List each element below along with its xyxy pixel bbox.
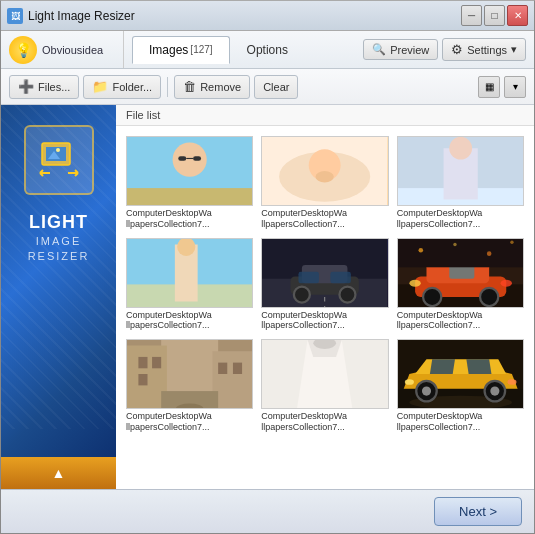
tab-images[interactable]: Images [127] xyxy=(132,36,230,64)
svg-rect-11 xyxy=(127,188,252,205)
settings-dropdown-icon: ▾ xyxy=(511,43,517,56)
list-item[interactable]: ComputerDesktopWallpapersCollection7... xyxy=(126,339,253,433)
svg-point-48 xyxy=(453,242,456,245)
svg-rect-46 xyxy=(398,239,523,267)
next-button[interactable]: Next > xyxy=(434,497,522,526)
svg-point-47 xyxy=(418,248,423,253)
svg-rect-35 xyxy=(331,271,352,282)
list-item[interactable]: ComputerDesktopWallpapersCollection7... xyxy=(261,136,388,230)
remove-icon: 🗑 xyxy=(183,79,196,94)
image-filename: ComputerDesktopWallpapersCollection7... xyxy=(397,310,524,332)
image-grid-container[interactable]: ComputerDesktopWallpapersCollection7... xyxy=(116,126,534,489)
preview-icon: 🔍 xyxy=(372,43,386,56)
nav-right-buttons: 🔍 Preview ⚙ Settings ▾ xyxy=(363,38,526,61)
image-thumbnail xyxy=(397,136,524,206)
app-icon: 🖼 xyxy=(7,8,23,24)
image-thumbnail xyxy=(126,136,253,206)
list-item[interactable]: ComputerDesktopWallpapersCollection7... xyxy=(126,238,253,332)
list-item[interactable]: ComputerDesktopWallpapersCollection7... xyxy=(397,339,524,433)
svg-rect-54 xyxy=(212,351,252,408)
toolbar: ➕ Files... 📁 Folder... 🗑 Remove Clear ▦ … xyxy=(1,69,534,105)
nav-tabs: Images [127] Options xyxy=(132,31,363,68)
image-filename: ComputerDesktopWallpapersCollection7... xyxy=(261,310,388,332)
main-window: 🖼 Light Image Resizer ─ □ ✕ 💡 Obviouside… xyxy=(0,0,535,534)
svg-rect-58 xyxy=(218,363,227,374)
toolbar-right: ▦ ▾ xyxy=(478,76,526,98)
svg-point-19 xyxy=(316,171,334,182)
remove-button[interactable]: 🗑 Remove xyxy=(174,75,250,99)
image-filename: ComputerDesktopWallpapersCollection7... xyxy=(126,310,253,332)
window-controls: ─ □ ✕ xyxy=(461,5,528,26)
minimize-button[interactable]: ─ xyxy=(461,5,482,26)
folder-icon: 📁 xyxy=(92,79,108,94)
svg-point-42 xyxy=(480,287,498,305)
list-item[interactable]: ComputerDesktopWallpapersCollection7... xyxy=(261,339,388,433)
svg-point-44 xyxy=(409,279,420,286)
list-item[interactable]: ComputerDesktopWallpapersCollection7... xyxy=(126,136,253,230)
svg-rect-36 xyxy=(299,271,320,282)
toolbar-separator-1 xyxy=(167,77,168,97)
svg-point-23 xyxy=(449,137,472,160)
svg-point-33 xyxy=(294,286,310,302)
svg-marker-71 xyxy=(430,359,455,374)
view-dropdown-button[interactable]: ▾ xyxy=(504,76,526,98)
title-bar: 🖼 Light Image Resizer ─ □ ✕ xyxy=(1,1,534,31)
svg-rect-59 xyxy=(233,363,242,374)
svg-point-12 xyxy=(173,143,207,177)
svg-rect-56 xyxy=(152,357,161,368)
svg-marker-72 xyxy=(466,359,491,374)
main-area: LIGHT IMAGE RESIZER ▲ File list xyxy=(1,105,534,489)
image-thumbnail xyxy=(397,238,524,308)
logo-icon: 💡 xyxy=(9,36,37,64)
gear-icon: ⚙ xyxy=(451,42,463,57)
svg-point-78 xyxy=(507,379,516,385)
svg-point-50 xyxy=(510,240,513,243)
svg-point-41 xyxy=(423,287,441,305)
list-item[interactable]: ComputerDesktopWallpapersCollection7... xyxy=(397,238,524,332)
file-list-header: File list xyxy=(116,105,534,126)
svg-rect-57 xyxy=(138,374,147,385)
svg-point-49 xyxy=(487,251,492,256)
tab-options[interactable]: Options xyxy=(230,36,305,64)
svg-point-34 xyxy=(340,286,356,302)
bottom-bar: Next > xyxy=(1,489,534,533)
image-grid: ComputerDesktopWallpapersCollection7... xyxy=(126,136,524,433)
files-button[interactable]: ➕ Files... xyxy=(9,75,79,99)
clear-button[interactable]: Clear xyxy=(254,75,298,99)
preview-button[interactable]: 🔍 Preview xyxy=(363,39,438,60)
svg-point-3 xyxy=(56,148,60,152)
sidebar-logo-icon xyxy=(24,125,94,195)
close-button[interactable]: ✕ xyxy=(507,5,528,26)
image-thumbnail xyxy=(126,339,253,409)
image-thumbnail xyxy=(261,238,388,308)
image-filename: ComputerDesktopWallpapersCollection7... xyxy=(397,208,524,230)
sidebar-title: LIGHT IMAGE RESIZER xyxy=(28,211,90,263)
folder-button[interactable]: 📁 Folder... xyxy=(83,75,161,99)
svg-point-77 xyxy=(404,379,413,385)
image-thumbnail xyxy=(261,136,388,206)
list-item[interactable]: ComputerDesktopWallpapersCollection7... xyxy=(261,238,388,332)
logo-text: Obviousidea xyxy=(42,44,103,56)
image-filename: ComputerDesktopWallpapersCollection7... xyxy=(397,411,524,433)
image-thumbnail xyxy=(397,339,524,409)
svg-point-45 xyxy=(500,279,511,286)
view-grid-button[interactable]: ▦ xyxy=(478,76,500,98)
image-filename: ComputerDesktopWallpapersCollection7... xyxy=(126,208,253,230)
content-panel: File list xyxy=(116,105,534,489)
list-item[interactable]: ComputerDesktopWallpapersCollection7... xyxy=(397,136,524,230)
svg-rect-13 xyxy=(178,156,186,161)
settings-button[interactable]: ⚙ Settings ▾ xyxy=(442,38,526,61)
svg-rect-55 xyxy=(138,357,147,368)
svg-point-76 xyxy=(490,387,499,396)
sidebar-arrow-icon: ▲ xyxy=(43,465,75,481)
maximize-button[interactable]: □ xyxy=(484,5,505,26)
image-filename: ComputerDesktopWallpapersCollection7... xyxy=(261,411,388,433)
svg-rect-14 xyxy=(193,156,201,161)
image-thumbnail xyxy=(126,238,253,308)
files-icon: ➕ xyxy=(18,79,34,94)
svg-point-75 xyxy=(422,387,431,396)
image-filename: ComputerDesktopWallpapersCollection7... xyxy=(261,208,388,230)
sidebar-bottom: ▲ xyxy=(1,457,116,489)
image-thumbnail xyxy=(261,339,388,409)
image-filename: ComputerDesktopWallpapersCollection7... xyxy=(126,411,253,433)
